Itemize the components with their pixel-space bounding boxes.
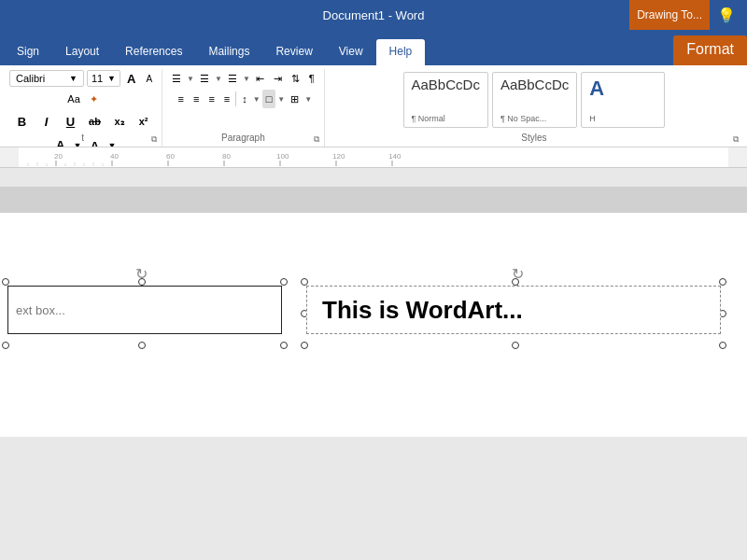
line-spacing-btn[interactable]: ↕ [238, 90, 251, 108]
paragraph-group-launcher[interactable]: ⧉ [311, 133, 322, 145]
svg-text:40: 40 [110, 152, 119, 161]
bullets-btn[interactable]: ☰ [168, 69, 185, 88]
align-center-btn[interactable]: ≡ [190, 90, 203, 108]
handle-bl[interactable] [2, 342, 9, 349]
underline-btn[interactable]: U [60, 110, 82, 133]
styles-group-label: Styles [521, 133, 546, 143]
subscript-btn[interactable]: x₂ [108, 110, 131, 133]
align-right-btn[interactable]: ≡ [204, 90, 218, 108]
tabs-right: Format [673, 35, 747, 65]
font-group: Calibri ▼ 11 ▼ A A Aa ✦ B I U ab x₂ [4, 69, 162, 147]
clear-format-btn[interactable]: ✦ [86, 90, 102, 108]
document-area: ↻ ext box... ↻ [0, 168, 747, 560]
increase-indent-btn[interactable]: ⇥ [270, 69, 286, 88]
style-heading[interactable]: A H [581, 72, 665, 128]
handle-bc[interactable] [138, 342, 146, 349]
paragraph-group-label: Paragraph [221, 133, 265, 143]
svg-text:20: 20 [54, 152, 63, 161]
tab-help[interactable]: Help [376, 39, 426, 65]
window-title: Document1 - Word [323, 8, 425, 22]
shrink-font-btn[interactable]: A [142, 69, 156, 88]
svg-text:80: 80 [222, 152, 231, 161]
decrease-indent-btn[interactable]: ⇤ [252, 69, 268, 88]
handle-br[interactable] [280, 342, 288, 349]
show-hide-btn[interactable]: ¶ [305, 69, 318, 88]
ribbon-tabs: Sign Layout References Mailings Review V… [0, 30, 747, 65]
lightbulb-icon[interactable]: 💡 [710, 7, 743, 24]
svg-text:100: 100 [276, 152, 289, 161]
numbering-btn[interactable]: ☰ [196, 69, 213, 88]
justify-btn[interactable]: ≡ [220, 90, 233, 108]
svg-text:140: 140 [388, 152, 402, 161]
font-group-label: t [81, 133, 84, 143]
text-box-wrapper[interactable]: ↻ ext box... [0, 259, 289, 353]
styles-group: AaBbCcDc ¶ Normal AaBbCcDc ¶ No Spac... … [325, 69, 743, 147]
shading-btn[interactable]: □ [262, 90, 276, 108]
text-box[interactable]: ext box... [7, 286, 282, 334]
wordart-handle-tr[interactable] [719, 278, 726, 286]
multilevel-btn[interactable]: ☰ [224, 69, 241, 88]
style-normal[interactable]: AaBbCcDc ¶ Normal [403, 72, 488, 128]
wordart-box[interactable]: This is WordArt... [306, 286, 721, 334]
italic-btn[interactable]: I [35, 110, 58, 133]
wordart-wrapper[interactable]: ↻ This is WordArt... [299, 259, 728, 353]
styles-group-launcher[interactable]: ⧉ [730, 133, 741, 145]
grow-font-btn[interactable]: A [123, 69, 139, 88]
tab-mailings[interactable]: Mailings [195, 39, 262, 65]
wordart-handle-tc[interactable] [512, 278, 519, 286]
handle-tr[interactable] [280, 278, 288, 286]
wordart-handle-bc[interactable] [512, 342, 519, 349]
tab-review[interactable]: Review [262, 39, 325, 65]
superscript-btn[interactable]: x² [133, 110, 155, 133]
svg-rect-1 [19, 147, 728, 168]
handle-tl[interactable] [2, 278, 9, 286]
doc-page: ↻ ext box... ↻ [0, 213, 747, 437]
doc-top-margin [0, 187, 747, 213]
svg-text:60: 60 [166, 152, 175, 161]
tab-view[interactable]: View [326, 39, 376, 65]
svg-text:120: 120 [332, 152, 345, 161]
tab-format[interactable]: Format [673, 35, 747, 65]
borders-btn[interactable]: ⊞ [287, 90, 303, 108]
sort-btn[interactable]: ⇅ [288, 69, 303, 88]
font-group-launcher[interactable]: ⧉ [148, 133, 160, 145]
font-color-btn[interactable]: A [49, 134, 72, 147]
font-name-input[interactable]: Calibri ▼ [9, 70, 84, 87]
change-case-btn[interactable]: Aa [63, 90, 83, 108]
tab-sign[interactable]: Sign [4, 39, 52, 65]
ribbon-toolbar: Calibri ▼ 11 ▼ A A Aa ✦ B I U ab x₂ [0, 65, 747, 147]
text-highlight-btn[interactable]: A [84, 134, 106, 147]
tab-layout[interactable]: Layout [52, 39, 112, 65]
ruler-svg: 20 40 60 80 100 120 140 [0, 147, 747, 168]
ruler: 20 40 60 80 100 120 140 [0, 147, 747, 168]
wordart-handle-bl[interactable] [301, 342, 308, 349]
handle-tc[interactable] [138, 278, 146, 286]
paragraph-group: ☰ ▼ ☰ ▼ ☰ ▼ ⇤ ⇥ ⇅ ¶ ≡ ≡ ≡ ≡ ↕ ▼ □ ▼ [162, 69, 325, 147]
tab-references[interactable]: References [112, 39, 195, 65]
align-left-btn[interactable]: ≡ [175, 90, 188, 108]
wordart-handle-br[interactable] [719, 342, 726, 349]
strikethrough-btn[interactable]: ab [84, 110, 106, 133]
wordart-handle-tl[interactable] [301, 278, 308, 286]
bold-btn[interactable]: B [11, 110, 34, 133]
style-no-spacing[interactable]: AaBbCcDc ¶ No Spac... [492, 72, 577, 128]
drawing-tools-label: Drawing To... [629, 0, 710, 30]
font-size-input[interactable]: 11 ▼ [87, 70, 120, 87]
title-bar: Document1 - Word Drawing To... 💡 [0, 0, 747, 30]
